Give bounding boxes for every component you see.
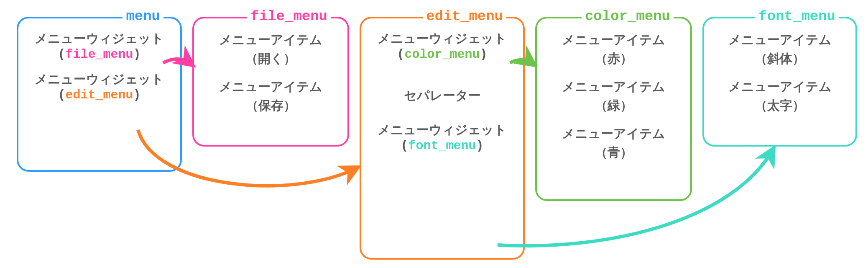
font-menu-item-bold: メニューアイテム （太字） [728,77,832,115]
menu-box-title: menu [123,8,163,24]
edit-menu-widget-font: メニューウィジェット (font_menu) [378,121,507,153]
menu-widget-file: メニューウィジェット (file_menu) [35,30,164,62]
file-menu-item-save: メニューアイテム （保存） [219,77,322,115]
menu-box: menu メニューウィジェット (file_menu) メニューウィジェット (… [17,17,182,172]
diagram-canvas: menu メニューウィジェット (file_menu) メニューウィジェット (… [0,0,868,268]
font-menu-item-italic: メニューアイテム （斜体） [728,30,832,68]
edit-menu-widget-color: メニューウィジェット (color_menu) [378,30,507,62]
color-menu-item-green: メニューアイテム （緑） [562,77,665,115]
font-menu-box-title: font_menu [755,8,839,24]
file-menu-box-title: file_menu [247,8,331,24]
color-menu-box: color_menu メニューアイテム （赤） メニューアイテム （緑） メニュ… [535,17,692,201]
file-menu-box: file_menu メニューアイテム （開く） メニューアイテム （保存） [192,17,349,147]
edit-menu-separator: セパレーター [404,86,481,105]
menu-widget-edit: メニューウィジェット (edit_menu) [35,71,164,102]
color-menu-item-red: メニューアイテム （赤） [562,30,665,68]
edit-menu-box-title: edit_menu [423,8,506,24]
font-menu-box: font_menu メニューアイテム （斜体） メニューアイテム （太字） [702,17,857,147]
edit-menu-box: edit_menu メニューウィジェット (color_menu) セパレーター… [360,17,525,260]
color-menu-item-blue: メニューアイテム （青） [562,124,665,162]
file-menu-item-open: メニューアイテム （開く） [219,30,322,68]
color-menu-box-title: color_menu [582,8,674,24]
